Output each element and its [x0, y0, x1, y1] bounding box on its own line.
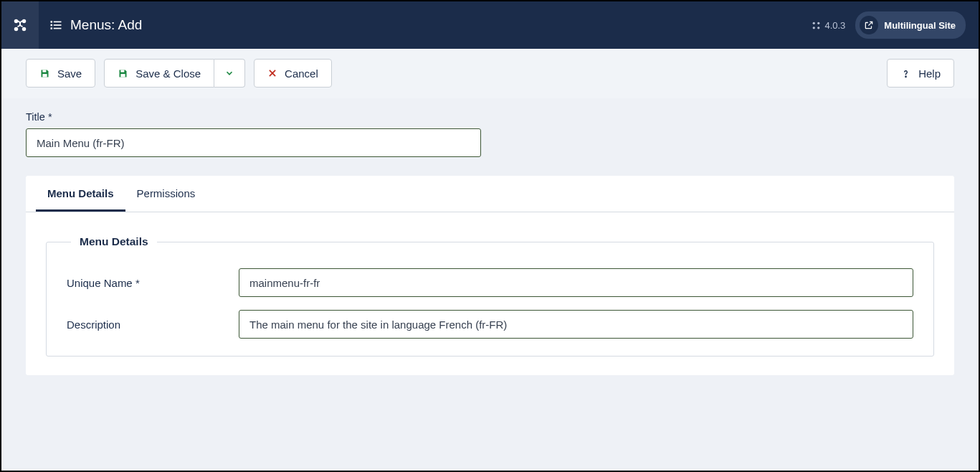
page-title: Menus: Add [70, 17, 142, 33]
tab-permissions[interactable]: Permissions [125, 176, 207, 212]
joomla-mini-icon [812, 21, 821, 30]
svg-rect-4 [51, 21, 53, 23]
svg-rect-8 [51, 27, 53, 29]
svg-rect-14 [42, 70, 46, 72]
svg-rect-5 [54, 22, 62, 23]
svg-rect-7 [54, 24, 62, 26]
save-close-group: Save & Close [104, 59, 245, 88]
close-icon [267, 68, 277, 78]
description-input[interactable] [239, 310, 913, 339]
svg-point-13 [818, 27, 820, 29]
save-dropdown-button[interactable] [214, 59, 245, 88]
help-button[interactable]: Help [887, 59, 954, 88]
question-icon [900, 68, 911, 79]
title-input[interactable] [26, 128, 481, 157]
svg-rect-6 [51, 24, 53, 27]
toolbar: Save Save & Close Cancel [1, 49, 979, 98]
details-card: Menu Details Permissions Menu Details Un… [26, 176, 954, 375]
site-link-button[interactable]: Multilingual Site [855, 11, 966, 39]
tab-menu-details[interactable]: Menu Details [36, 176, 125, 212]
tab-bar: Menu Details Permissions [26, 176, 954, 212]
save-close-button[interactable]: Save & Close [104, 59, 214, 88]
version-label[interactable]: 4.0.3 [812, 20, 845, 31]
joomla-logo[interactable] [1, 1, 39, 49]
top-bar: Menus: Add 4.0.3 Multilingual Site [1, 1, 979, 49]
unique-name-input[interactable] [239, 268, 913, 297]
joomla-icon [12, 17, 28, 33]
cancel-button[interactable]: Cancel [254, 59, 332, 88]
chevron-down-icon [224, 68, 234, 78]
list-icon [49, 18, 63, 32]
external-link-icon [860, 16, 878, 34]
fieldset-legend: Menu Details [71, 235, 157, 248]
save-button[interactable]: Save [26, 59, 95, 88]
svg-rect-15 [42, 74, 47, 77]
svg-rect-17 [121, 74, 125, 77]
svg-point-3 [22, 27, 27, 32]
svg-rect-16 [121, 70, 125, 72]
svg-point-10 [813, 22, 815, 24]
svg-point-11 [818, 22, 820, 24]
page-title-area: Menus: Add [39, 17, 812, 33]
menu-details-fieldset: Menu Details Unique Name * Description [46, 235, 934, 357]
svg-point-2 [14, 27, 19, 32]
unique-name-label: Unique Name * [67, 277, 224, 289]
save-icon [39, 68, 50, 79]
svg-point-20 [905, 76, 906, 77]
svg-point-12 [813, 27, 815, 29]
title-label: Title * [26, 111, 954, 123]
save-icon [118, 68, 128, 79]
description-label: Description [67, 318, 224, 331]
svg-rect-9 [54, 28, 62, 29]
